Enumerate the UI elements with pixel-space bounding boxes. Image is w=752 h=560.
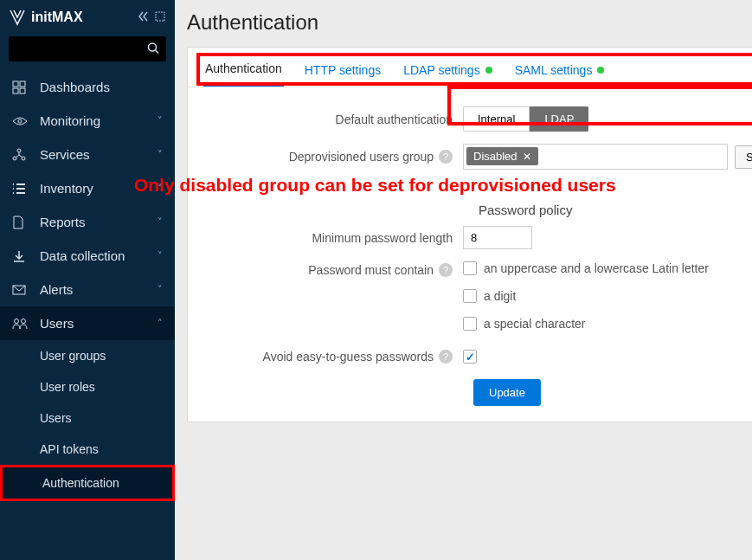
annotation-text: Only disabled group can be set for depro…: [134, 175, 752, 196]
chevron-down-icon: ˅: [157, 115, 163, 126]
expand-icon[interactable]: [154, 10, 166, 25]
status-dot-icon: [485, 67, 492, 74]
help-icon[interactable]: ?: [439, 350, 453, 364]
status-dot-icon: [597, 67, 604, 74]
subnav-users[interactable]: Users: [0, 402, 175, 434]
main-content: Authentication Authentication HTTP setti…: [175, 0, 752, 560]
sidebar-item-monitoring[interactable]: Monitoring ˅: [0, 104, 175, 138]
min-length-label: Minimum password length: [203, 231, 463, 245]
users-icon: [12, 318, 33, 330]
chevron-down-icon: ˅: [157, 149, 163, 160]
auth-option-ldap[interactable]: LDAP: [530, 106, 588, 132]
svg-rect-0: [156, 12, 164, 21]
subnav-authentication[interactable]: Authentication: [0, 465, 175, 501]
form: Default authentication Internal LDAP Dep…: [188, 87, 752, 422]
sidebar-item-label: Reports: [40, 215, 157, 229]
subnav-api-tokens[interactable]: API tokens: [0, 434, 175, 465]
sidebar-item-label: Monitoring: [40, 113, 157, 128]
checkbox-label: a digit: [484, 289, 516, 303]
sidebar-item-users[interactable]: Users ˄: [0, 306, 175, 340]
checkbox-uppercase-lowercase[interactable]: [463, 261, 477, 275]
sidebar: initMAX Dashboards Monitoring ˅ Services…: [0, 0, 175, 560]
svg-point-7: [18, 119, 22, 123]
sidebar-item-reports[interactable]: Reports ˅: [0, 205, 175, 239]
search-icon[interactable]: [147, 42, 159, 56]
document-icon: [12, 216, 33, 229]
chevron-down-icon: ˅: [157, 284, 163, 295]
subnav-user-groups[interactable]: User groups: [0, 340, 175, 371]
update-button[interactable]: Update: [473, 379, 541, 406]
checkbox-special-char[interactable]: [463, 317, 477, 331]
checkbox-label: a special character: [484, 317, 586, 331]
svg-rect-3: [13, 81, 18, 87]
tab-authentication[interactable]: Authentication: [203, 58, 284, 87]
sidebar-item-dashboards[interactable]: Dashboards: [0, 70, 175, 104]
svg-point-8: [17, 149, 21, 152]
sidebar-item-data-collection[interactable]: Data collection ˅: [0, 239, 175, 273]
tab-ldap-settings[interactable]: LDAP settings: [402, 58, 493, 87]
subnav-user-roles[interactable]: User roles: [0, 371, 175, 402]
svg-line-2: [156, 50, 159, 54]
sidebar-item-label: Data collection: [40, 248, 157, 263]
chevron-down-icon: ˅: [157, 250, 163, 261]
sidebar-item-label: Users: [40, 316, 157, 331]
svg-point-19: [22, 319, 26, 323]
search-input[interactable]: [9, 36, 166, 61]
eye-icon: [12, 116, 33, 126]
chevron-down-icon: ˅: [157, 216, 163, 228]
help-icon[interactable]: ?: [439, 263, 453, 277]
remove-tag-icon[interactable]: ✕: [523, 151, 531, 163]
collapse-icon[interactable]: [137, 10, 149, 25]
select-button[interactable]: Select: [735, 145, 752, 169]
svg-rect-4: [20, 81, 25, 87]
help-icon[interactable]: ?: [439, 150, 453, 164]
logo-icon: [9, 9, 26, 26]
brand-logo[interactable]: initMAX: [9, 9, 130, 26]
search-container: [9, 36, 166, 61]
password-policy-heading: Password policy: [203, 199, 752, 226]
deprov-group-multiselect[interactable]: Disabled ✕: [463, 144, 728, 170]
dashboards-icon: [12, 80, 33, 94]
envelope-icon: [12, 285, 33, 295]
must-contain-label: Password must contain: [308, 263, 434, 277]
list-icon: [12, 182, 33, 196]
min-length-input[interactable]: [463, 226, 532, 249]
svg-rect-6: [20, 88, 25, 93]
checkbox-label: an uppercase and a lowercase Latin lette…: [484, 261, 709, 275]
sidebar-item-alerts[interactable]: Alerts ˅: [0, 273, 175, 306]
panel: Authentication HTTP settings LDAP settin…: [187, 47, 752, 422]
tab-http-settings[interactable]: HTTP settings: [303, 58, 382, 87]
svg-point-1: [149, 43, 157, 51]
deprov-label: Deprovisioned users group: [289, 150, 434, 164]
tab-saml-settings[interactable]: SAML settings: [513, 58, 607, 87]
sidebar-item-label: Dashboards: [40, 80, 163, 94]
sidebar-item-label: Alerts: [40, 282, 157, 297]
sidebar-header: initMAX: [0, 0, 175, 33]
sidebar-subnav-users: User groups User roles Users API tokens …: [0, 340, 175, 501]
tabs: Authentication HTTP settings LDAP settin…: [188, 48, 752, 87]
sidebar-item-label: Services: [40, 147, 157, 162]
page-title: Authentication: [187, 10, 752, 35]
services-icon: [12, 148, 33, 162]
download-icon: [12, 249, 33, 263]
checkbox-avoid-easy[interactable]: [463, 350, 477, 364]
checkbox-digit[interactable]: [463, 289, 477, 303]
deprov-tag: Disabled ✕: [466, 147, 538, 165]
svg-point-18: [15, 319, 19, 323]
default-auth-toggle: Internal LDAP: [463, 106, 588, 132]
default-auth-label: Default authentication: [203, 113, 463, 126]
svg-rect-5: [13, 88, 18, 93]
auth-option-internal[interactable]: Internal: [463, 106, 530, 132]
avoid-easy-label: Avoid easy-to-guess passwords: [263, 350, 434, 364]
sidebar-item-services[interactable]: Services ˅: [0, 138, 175, 171]
chevron-up-icon: ˄: [157, 318, 163, 329]
